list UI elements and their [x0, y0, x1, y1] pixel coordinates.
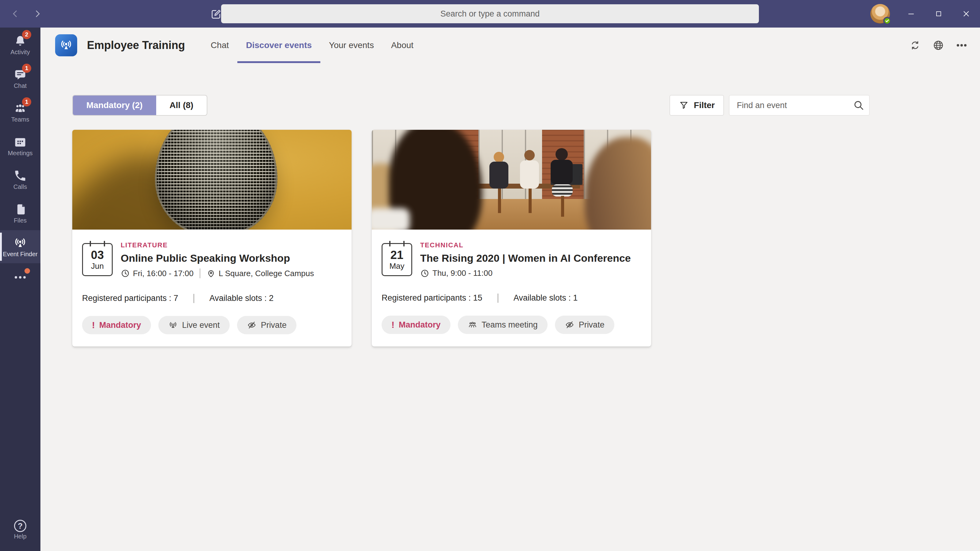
sidebar-item-label: Teams — [11, 116, 29, 122]
participants-divider — [498, 294, 498, 303]
sidebar-item-meetings[interactable]: Meetings — [0, 129, 40, 162]
event-category: LITERATURE — [121, 241, 314, 249]
segment-mandatory[interactable]: Mandatory (2) — [73, 95, 156, 115]
forward-button[interactable] — [29, 6, 45, 22]
more-options-button[interactable] — [952, 35, 971, 55]
chevron-right-icon — [32, 9, 42, 19]
app-logo — [55, 34, 77, 56]
search-icon[interactable] — [853, 99, 865, 111]
broadcast-icon — [59, 38, 73, 52]
broadcast-icon — [13, 236, 27, 250]
registered-participants: Registered participants : 7 — [82, 294, 178, 303]
card-body: 03 Jun LITERATURE Online Public Speaking… — [72, 230, 352, 346]
command-search-input[interactable] — [221, 4, 759, 23]
location-pin-icon — [207, 269, 216, 278]
event-search — [729, 95, 870, 116]
help-icon: ? — [14, 520, 26, 532]
ellipsis-icon — [960, 44, 963, 46]
badge-label: Teams meeting — [482, 320, 538, 330]
sidebar-item-label: Files — [14, 218, 27, 224]
phone-icon — [13, 169, 27, 183]
chevron-left-icon — [10, 9, 20, 19]
eye-off-icon — [247, 320, 257, 330]
sidebar-item-activity[interactable]: Activity 2 — [0, 28, 40, 61]
event-category: TECHNICAL — [420, 241, 631, 249]
close-button[interactable] — [953, 0, 980, 27]
tab-about[interactable]: About — [382, 27, 422, 63]
close-icon — [962, 9, 971, 18]
sidebar-item-label: Event Finder — [3, 251, 37, 257]
people-icon — [468, 320, 477, 330]
sidebar-item-label: Activity — [10, 49, 30, 55]
event-location: L Square, College Campus — [219, 269, 314, 278]
sidebar-item-label: Meetings — [8, 150, 32, 156]
sidebar-item-label: Calls — [13, 184, 27, 190]
event-date-box: 03 Jun — [82, 243, 113, 276]
badge-label: Mandatory — [399, 320, 441, 330]
rail-spacer — [0, 291, 40, 513]
clock-icon — [121, 269, 130, 278]
events-toolbar: Mandatory (2) All (8) Filter — [72, 95, 870, 116]
more-notification-dot — [24, 268, 30, 274]
private-badge: Private — [555, 316, 614, 334]
segment-all[interactable]: All (8) — [156, 95, 207, 115]
minimize-button[interactable] — [897, 0, 925, 27]
private-badge: Private — [237, 316, 296, 334]
compose-icon — [210, 8, 222, 20]
live-event-icon — [168, 320, 178, 330]
participants-row: Registered participants : 15 Available s… — [382, 293, 641, 303]
card-body: 21 May TECHNICAL The Rising 2020 | Women… — [372, 230, 651, 346]
event-badges: ! Mandatory Teams meeting — [382, 316, 641, 334]
alert-icon: ! — [92, 320, 95, 330]
participants-row: Registered participants : 7 Available sl… — [82, 294, 342, 303]
event-month: Jun — [91, 261, 104, 271]
maximize-button[interactable] — [925, 0, 953, 27]
badge-label: Private — [579, 320, 605, 330]
meta-divider — [200, 268, 200, 278]
sidebar-item-label: Help — [14, 533, 26, 539]
sidebar-item-event-finder[interactable]: Event Finder — [0, 230, 40, 263]
sidebar-item-files[interactable]: Files — [0, 197, 40, 230]
event-title[interactable]: Online Public Speaking Workshop — [121, 252, 314, 264]
event-day: 21 — [390, 249, 403, 261]
tab-discover-events[interactable]: Discover events — [237, 27, 320, 63]
presence-available-icon — [883, 17, 891, 25]
sidebar-item-help[interactable]: ? Help — [0, 513, 40, 546]
website-button[interactable] — [929, 35, 948, 55]
file-icon — [13, 203, 27, 216]
find-event-input[interactable] — [729, 95, 870, 116]
event-time: Fri, 16:00 - 17:00 — [133, 269, 194, 278]
globe-icon — [932, 39, 945, 51]
sidebar-more-button[interactable] — [0, 264, 40, 291]
registered-participants: Registered participants : 15 — [382, 293, 482, 303]
tab-your-events[interactable]: Your events — [320, 27, 382, 63]
sidebar-item-calls[interactable]: Calls — [0, 163, 40, 196]
live-event-badge: Live event — [158, 316, 230, 334]
event-title[interactable]: The Rising 2020 | Women in AI Conference — [420, 252, 631, 264]
event-month: May — [389, 261, 404, 271]
refresh-icon — [909, 40, 921, 51]
clock-icon — [420, 269, 430, 278]
filter-button[interactable]: Filter — [670, 95, 724, 116]
minimize-icon — [907, 9, 916, 18]
sidebar-item-chat[interactable]: Chat 1 — [0, 62, 40, 95]
event-filter-segments: Mandatory (2) All (8) — [72, 95, 207, 116]
back-button[interactable] — [7, 6, 23, 22]
teams-meeting-badge: Teams meeting — [458, 316, 547, 334]
header-actions — [905, 27, 971, 63]
calendar-icon — [13, 135, 27, 149]
app-tabs: Chat Discover events Your events About — [202, 27, 422, 63]
refresh-button[interactable] — [905, 35, 925, 55]
app-rail: Activity 2 Chat 1 Teams 1 — [0, 27, 40, 551]
app-header: Employee Training Chat Discover events Y… — [40, 27, 980, 63]
available-slots: Available slots : 2 — [210, 294, 274, 303]
history-nav — [7, 0, 45, 27]
sidebar-item-teams[interactable]: Teams 1 — [0, 95, 40, 129]
event-card-public-speaking[interactable]: 03 Jun LITERATURE Online Public Speaking… — [72, 130, 352, 346]
tab-chat[interactable]: Chat — [202, 27, 237, 63]
event-card-women-in-ai[interactable]: 21 May TECHNICAL The Rising 2020 | Women… — [372, 130, 651, 346]
titlebar-right — [870, 0, 980, 27]
teams-badge: 1 — [22, 97, 31, 106]
user-avatar[interactable] — [870, 4, 890, 24]
toolbar-right: Filter — [670, 95, 870, 116]
